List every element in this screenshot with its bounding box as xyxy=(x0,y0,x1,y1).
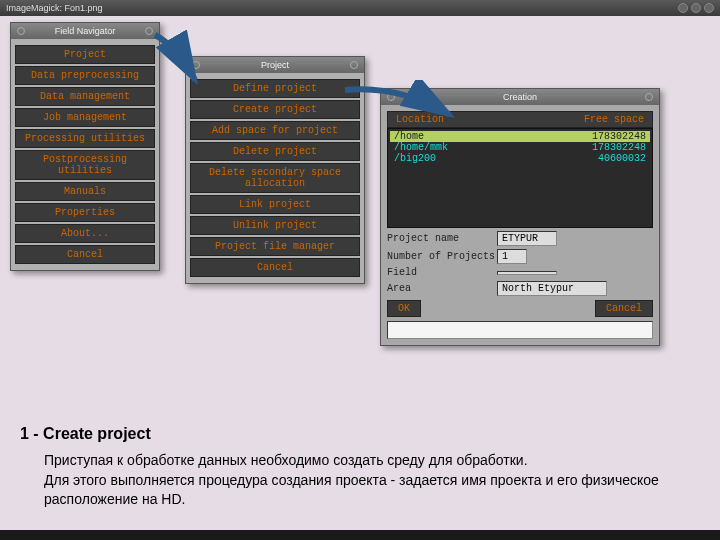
window-close-icon[interactable] xyxy=(145,27,153,35)
creation-titlebar[interactable]: Creation xyxy=(381,89,659,105)
project-item-define[interactable]: Define project xyxy=(190,79,360,98)
num-projects-row: Number of Projects 1 xyxy=(387,249,653,264)
project-item-create[interactable]: Create project xyxy=(190,100,360,119)
maximize-icon[interactable] xyxy=(691,3,701,13)
nav-item-project[interactable]: Project xyxy=(15,45,155,64)
location-header: Location Free space xyxy=(387,111,653,128)
nav-item-data-management[interactable]: Data management xyxy=(15,87,155,106)
field-navigator-window: Field Navigator Project Data preprocessi… xyxy=(10,22,160,271)
location-row[interactable]: /home/mmk 178302248 xyxy=(390,142,650,153)
location-row[interactable]: /home 178302248 xyxy=(390,131,650,142)
project-item-file-manager[interactable]: Project file manager xyxy=(190,237,360,256)
project-name-label: Project name xyxy=(387,233,497,244)
bottom-bar xyxy=(0,530,720,540)
nav-item-data-preprocessing[interactable]: Data preprocessing xyxy=(15,66,155,85)
minimize-icon[interactable] xyxy=(678,3,688,13)
project-item-unlink[interactable]: Unlink project xyxy=(190,216,360,235)
project-item-delete-secondary[interactable]: Delete secondary space allocation xyxy=(190,163,360,193)
field-navigator-title: Field Navigator xyxy=(55,26,116,36)
area-row: Area North Etypur xyxy=(387,281,653,296)
project-menu-title: Project xyxy=(261,60,289,70)
field-label: Field xyxy=(387,267,497,278)
location-row[interactable]: /big200 40600032 xyxy=(390,153,650,164)
field-row: Field xyxy=(387,267,653,278)
field-navigator-titlebar[interactable]: Field Navigator xyxy=(11,23,159,39)
nav-item-about[interactable]: About... xyxy=(15,224,155,243)
project-name-row: Project name ETYPUR xyxy=(387,231,653,246)
location-col-label: Location xyxy=(396,114,444,125)
project-name-input[interactable]: ETYPUR xyxy=(497,231,557,246)
window-controls xyxy=(678,3,714,13)
status-input[interactable] xyxy=(387,321,653,339)
creation-buttons: OK Cancel xyxy=(387,300,653,317)
location-free: 40600032 xyxy=(598,153,646,164)
project-item-link[interactable]: Link project xyxy=(190,195,360,214)
app-titlebar: ImageMagick: Fon1.png xyxy=(0,0,720,16)
field-input[interactable] xyxy=(497,271,557,275)
area-label: Area xyxy=(387,283,497,294)
location-path: /big200 xyxy=(394,153,436,164)
explanation-p1: Приступая к обработке данных необходимо … xyxy=(44,451,690,471)
project-menu-list: Define project Create project Add space … xyxy=(186,73,364,283)
creation-window: Creation Location Free space /home 17830… xyxy=(380,88,660,346)
window-close-icon[interactable] xyxy=(350,61,358,69)
explanation-heading: 1 - Create project xyxy=(20,423,690,445)
nav-item-cancel[interactable]: Cancel xyxy=(15,245,155,264)
window-menu-icon[interactable] xyxy=(387,93,395,101)
project-item-delete[interactable]: Delete project xyxy=(190,142,360,161)
ok-button[interactable]: OK xyxy=(387,300,421,317)
project-item-add-space[interactable]: Add space for project xyxy=(190,121,360,140)
freespace-col-label: Free space xyxy=(584,114,644,125)
cancel-button[interactable]: Cancel xyxy=(595,300,653,317)
creation-body: Location Free space /home 178302248 /hom… xyxy=(381,105,659,345)
nav-item-manuals[interactable]: Manuals xyxy=(15,182,155,201)
creation-title: Creation xyxy=(503,92,537,102)
window-menu-icon[interactable] xyxy=(192,61,200,69)
explanation-p2: Для этого выполняется процедура создания… xyxy=(44,471,690,510)
num-projects-input[interactable]: 1 xyxy=(497,249,527,264)
location-list[interactable]: /home 178302248 /home/mmk 178302248 /big… xyxy=(387,128,653,228)
app-title: ImageMagick: Fon1.png xyxy=(6,3,103,13)
nav-item-properties[interactable]: Properties xyxy=(15,203,155,222)
location-free: 178302248 xyxy=(592,142,646,153)
project-menu-titlebar[interactable]: Project xyxy=(186,57,364,73)
nav-item-job-management[interactable]: Job management xyxy=(15,108,155,127)
location-free: 178302248 xyxy=(592,131,646,142)
num-projects-label: Number of Projects xyxy=(387,251,497,262)
nav-item-postprocessing-utilities[interactable]: Postprocessing utilities xyxy=(15,150,155,180)
project-item-cancel[interactable]: Cancel xyxy=(190,258,360,277)
project-menu-window: Project Define project Create project Ad… xyxy=(185,56,365,284)
window-menu-icon[interactable] xyxy=(17,27,25,35)
nav-item-processing-utilities[interactable]: Processing utilities xyxy=(15,129,155,148)
window-close-icon[interactable] xyxy=(645,93,653,101)
close-icon[interactable] xyxy=(704,3,714,13)
location-path: /home/mmk xyxy=(394,142,448,153)
explanation-text: 1 - Create project Приступая к обработке… xyxy=(20,423,690,510)
field-navigator-menu: Project Data preprocessing Data manageme… xyxy=(11,39,159,270)
location-path: /home xyxy=(394,131,424,142)
area-input[interactable]: North Etypur xyxy=(497,281,607,296)
